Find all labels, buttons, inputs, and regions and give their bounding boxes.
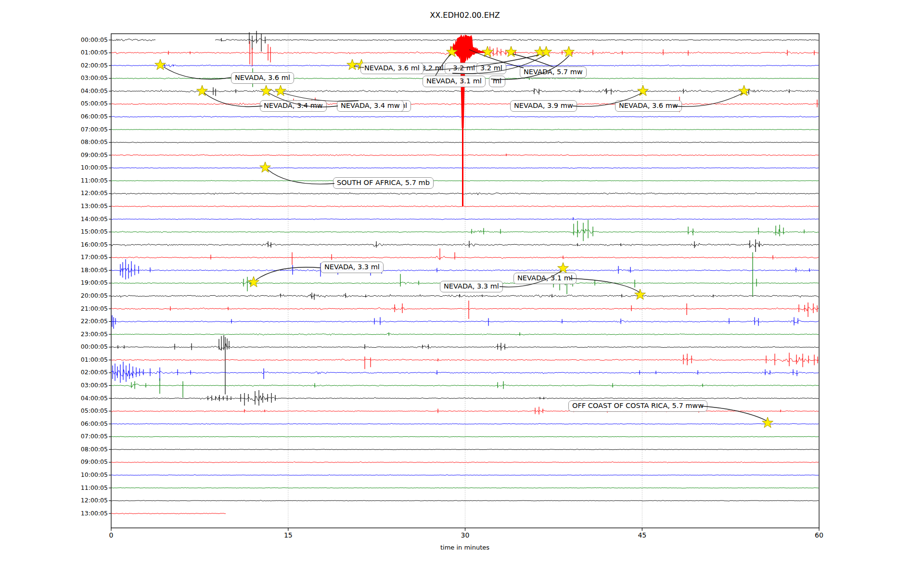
y-axis-time-label: 00:00:05 bbox=[57, 37, 108, 43]
y-axis-time-label: 09:00:05 bbox=[57, 152, 108, 158]
event-annotation-label: NEVADA, 3.1 ml bbox=[513, 273, 577, 284]
x-axis-tick-label: 60 bbox=[815, 531, 823, 539]
event-annotation-label: NEVADA, 3.3 ml bbox=[321, 262, 384, 273]
event-annotation-label: NEVADA, 3.6 mw bbox=[615, 100, 682, 112]
y-axis-time-label: 02:00:05 bbox=[57, 369, 108, 376]
y-axis-time-label: 05:00:05 bbox=[57, 407, 108, 414]
event-annotation-label: , 3.2 ml bbox=[445, 63, 479, 74]
event-annotation-label: NEVADA, 3.4 mw bbox=[337, 100, 404, 112]
x-axis-tick-label: 15 bbox=[284, 531, 293, 539]
text-layer: XX.EDH02.00.EHZ time in minutes 00:00:05… bbox=[0, 0, 924, 578]
y-axis-time-label: 10:00:05 bbox=[57, 472, 108, 478]
y-axis-time-label: 13:00:05 bbox=[57, 203, 108, 210]
y-axis-time-label: 21:00:05 bbox=[57, 305, 108, 312]
y-axis-time-label: 14:00:05 bbox=[57, 216, 108, 223]
y-axis-time-label: 08:00:05 bbox=[57, 446, 108, 453]
y-axis-time-label: 05:00:05 bbox=[57, 100, 108, 107]
y-axis-time-label: 01:00:05 bbox=[57, 49, 108, 56]
event-annotation-label: NEVADA, 3.6 ml bbox=[231, 72, 294, 84]
y-axis-time-label: 09:00:05 bbox=[57, 459, 108, 465]
y-axis-time-label: 00:00:05 bbox=[57, 343, 108, 350]
y-axis-time-label: 07:00:05 bbox=[57, 433, 108, 440]
y-axis-time-label: 07:00:05 bbox=[57, 126, 108, 133]
y-axis-time-label: 23:00:05 bbox=[57, 331, 108, 338]
y-axis-time-label: 01:00:05 bbox=[57, 356, 108, 363]
y-axis-time-label: 10:00:05 bbox=[57, 164, 108, 171]
y-axis-time-label: 04:00:05 bbox=[57, 395, 108, 402]
y-axis-time-label: 12:00:05 bbox=[57, 497, 108, 504]
y-axis-time-label: 06:00:05 bbox=[57, 113, 108, 120]
y-axis-time-label: 16:00:05 bbox=[57, 241, 108, 248]
event-annotation-label: NEVADA, 3.3 ml bbox=[440, 281, 503, 292]
y-axis-time-label: 03:00:05 bbox=[57, 382, 108, 389]
event-annotation-label: OFF COAST OF COSTA RICA, 5.7 mww bbox=[568, 400, 707, 412]
event-annotation-label: NEVADA, 3.9 mw bbox=[510, 100, 577, 112]
event-annotation-label: NEVADA, 3.6 ml bbox=[360, 63, 424, 74]
event-annotation-label: NEVADA, 3.1 ml bbox=[423, 76, 486, 87]
event-annotation-label: ml bbox=[489, 76, 505, 87]
y-axis-time-label: 06:00:05 bbox=[57, 420, 108, 427]
y-axis-time-label: 13:00:05 bbox=[57, 510, 108, 517]
event-annotation-label: 3.2 ml bbox=[476, 63, 506, 74]
event-annotation-label: SOUTH OF AFRICA, 5.7 mb bbox=[333, 177, 434, 189]
y-axis-time-label: 20:00:05 bbox=[57, 292, 108, 299]
chart-title: XX.EDH02.00.EHZ bbox=[430, 11, 500, 20]
y-axis-time-label: 19:00:05 bbox=[57, 279, 108, 286]
x-axis-tick-label: 45 bbox=[638, 531, 646, 539]
y-axis-time-label: 02:00:05 bbox=[57, 62, 108, 69]
y-axis-time-label: 12:00:05 bbox=[57, 190, 108, 197]
y-axis-time-label: 11:00:05 bbox=[57, 485, 108, 491]
y-axis-time-label: 15:00:05 bbox=[57, 228, 108, 235]
y-axis-time-label: 04:00:05 bbox=[57, 88, 108, 94]
y-axis-time-label: 11:00:05 bbox=[57, 177, 108, 184]
y-axis-time-label: 08:00:05 bbox=[57, 139, 108, 145]
y-axis-time-label: 03:00:05 bbox=[57, 75, 108, 81]
x-axis-tick-label: 30 bbox=[461, 531, 470, 539]
event-annotation-label: NEVADA, 3.4 mw bbox=[260, 100, 327, 112]
y-axis-time-label: 18:00:05 bbox=[57, 267, 108, 274]
y-axis-time-label: 22:00:05 bbox=[57, 318, 108, 325]
seismogram-figure: XX.EDH02.00.EHZ time in minutes 00:00:05… bbox=[0, 0, 924, 578]
y-axis-time-label: 17:00:05 bbox=[57, 254, 108, 261]
x-axis-tick-label: 0 bbox=[109, 531, 114, 539]
event-annotation-label: NEVADA, 5.7 mw bbox=[520, 66, 587, 78]
x-axis-title: time in minutes bbox=[440, 544, 489, 551]
